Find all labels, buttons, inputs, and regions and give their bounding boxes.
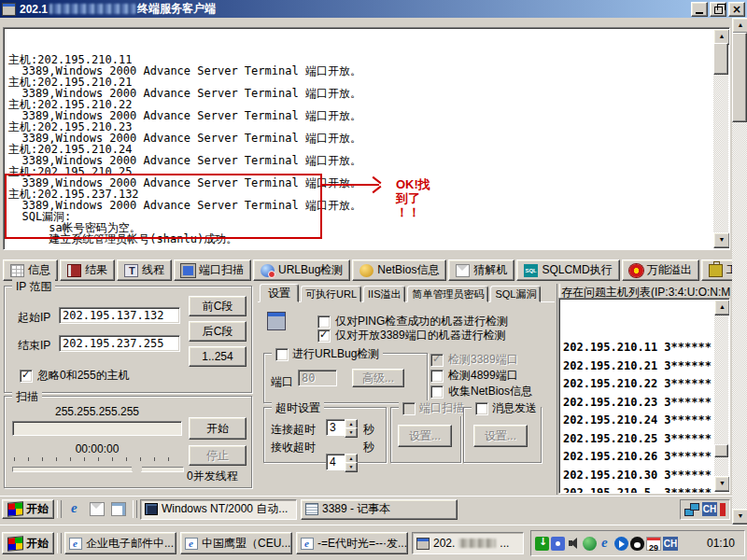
receive-timeout-spinner[interactable]: 4 ▲ ▼ [326,454,358,470]
calendar-icon[interactable]: 29 [646,537,661,551]
taskbar-grip[interactable] [57,500,62,518]
sub-tab[interactable]: IIS溢出 [363,286,405,302]
task-button[interactable]: Windows NT/2000 自动... [140,499,297,520]
result-row[interactable]: 202.195.210.26 3****** [563,448,712,467]
vulnerable-hosts-list[interactable]: 202.195.210.11 3******202.195.210.21 3**… [558,298,730,494]
remote-scroll-up-button[interactable]: ▲ [732,18,747,34]
toolbar-button[interactable]: 线程 [117,259,172,281]
connect-timeout-label: 连接超时 [271,422,316,438]
close-button[interactable]: × [728,2,745,17]
result-row[interactable]: 202.195.210.21 3****** [563,357,712,376]
urlbug-enable-checkbox[interactable] [275,348,289,361]
scan-log-area[interactable]: 主机:202.195.210.11 3389,Windows 2000 Adva… [3,27,730,250]
msgsend-enable-checkbox[interactable] [475,402,488,415]
spin-down-icon[interactable]: ▼ [345,427,358,438]
list-scroll-up-button[interactable]: ▲ [714,300,730,315]
urlbug-port-field[interactable]: 80 [298,370,337,386]
toolbar-button[interactable]: URLBug检测 [253,259,350,281]
full-range-button[interactable]: 1..254 [189,346,247,367]
portscan-enable-checkbox[interactable] [402,402,416,415]
ping-only-checkbox[interactable] [317,315,331,329]
tray-app-icon[interactable] [720,503,726,516]
prev-c-segment-button[interactable]: 前C段 [189,296,247,316]
task-button[interactable]: 202. ... [412,532,524,554]
download-icon[interactable] [535,537,549,551]
ie-icon[interactable] [68,502,83,516]
msgsend-group-title: 消息发送 [492,400,537,416]
window-title-prefix: 202.1 [20,3,48,16]
result-row[interactable]: 202.195.210.30 3****** [563,467,712,485]
spin-down-icon[interactable]: ▼ [345,462,358,472]
language-indicator[interactable]: CH [663,537,678,551]
portscan-group-title: 端口扫描 [419,400,464,416]
collect-netbios-checkbox[interactable] [430,385,444,399]
remote-start-button[interactable]: 开始 [2,499,54,519]
tab-settings[interactable]: 设置 [260,284,299,302]
taskbar-grip[interactable] [133,500,137,518]
result-row[interactable]: 202.195.210.22 3****** [563,375,712,394]
radio-icon[interactable] [551,537,565,551]
only-3389-open-checkbox[interactable] [317,329,331,343]
local-start-button[interactable]: 开始 [2,532,54,554]
list-scroll-down-button[interactable]: ▼ [714,476,730,492]
log-scrollbar[interactable]: ▲ ▼ [713,29,728,248]
volume-icon[interactable] [567,537,581,551]
result-row[interactable]: 202.195.210.11 3****** [563,339,712,357]
start-ip-field[interactable]: 202.195.137.132 [59,307,180,324]
toolbar-button[interactable]: 端口扫描 [174,259,251,281]
toolbar-button[interactable]: SQLCMD执行 [516,259,619,281]
msgsend-config-button[interactable]: 设置... [473,425,528,447]
seconds-label: 秒 [363,422,374,438]
task-button[interactable]: -=E代时光=--·发... [296,532,408,554]
result-row[interactable]: 202.195.210.5 3****** [563,484,712,494]
toolbar-button[interactable]: 万能溢出 [622,259,699,281]
toolbar-button[interactable]: 信息 [3,259,58,281]
task-button[interactable]: 3389 - 记事本 [301,499,458,520]
start-scan-button[interactable]: 开始 [189,417,247,440]
network-icon[interactable] [684,503,699,516]
list-scroll-thumb[interactable] [714,444,728,457]
toolbar-button[interactable]: NetBios信息 [352,259,446,281]
result-row[interactable]: 202.195.210.23 3****** [563,394,712,413]
taskbar-grip[interactable] [57,533,62,553]
log-scroll-thumb[interactable] [713,43,728,75]
globe-icon[interactable] [583,537,597,551]
sub-tab[interactable]: 可执行URL [301,286,361,302]
ignore-0-255-checkbox[interactable] [20,370,33,383]
remote-scroll-thumb[interactable] [732,33,747,122]
player-icon[interactable] [614,537,628,551]
toolbar-button[interactable]: 结果 [60,259,115,281]
next-c-segment-button[interactable]: 后C段 [189,321,247,342]
show-desktop-icon[interactable] [111,502,126,516]
detect-4899-checkbox[interactable] [430,370,444,383]
toolbar-button-label: SQLCMD执行 [542,262,612,278]
toolbar-button[interactable]: 猜解机 [448,259,514,281]
remote-view-scrollbar[interactable]: ▲ ▼ [732,18,747,525]
result-row[interactable]: 202.195.210.24 3****** [563,412,712,430]
outlook-icon[interactable] [90,502,105,516]
detect-3389-checkbox[interactable] [430,354,444,367]
ie-icon[interactable] [599,537,613,551]
restore-button[interactable] [710,2,726,17]
task-button[interactable]: 企业电子邮件中... [64,532,176,554]
remote-scroll-down-button[interactable]: ▼ [732,509,747,525]
sub-tab[interactable]: SQL漏洞 [490,286,541,302]
notepad-icon [305,503,318,515]
end-ip-field[interactable]: 202.195.237.255 [59,335,180,352]
thread-slider-track[interactable] [12,467,184,472]
language-indicator[interactable]: CH [702,502,717,516]
minimize-button[interactable] [691,2,708,17]
urlbug-port-label: 端口 [271,374,293,390]
result-row[interactable]: 202.195.210.25 3****** [563,430,712,449]
stop-scan-button[interactable]: 停止 [189,445,247,466]
task-button[interactable]: 中国鹰盟（CEU... [180,532,292,554]
thread-slider-thumb[interactable] [132,461,142,477]
portscan-config-button[interactable]: 设置... [398,425,452,447]
list-scrollbar[interactable]: ▲ ▼ [714,300,728,492]
urlbug-advanced-button[interactable]: 高级... [352,369,404,387]
sub-tab[interactable]: 简单管理员密码 [407,286,488,302]
connect-timeout-spinner[interactable]: 3 ▲ ▼ [326,419,358,436]
qq-icon[interactable] [630,537,644,551]
log-scroll-down-button[interactable]: ▼ [713,232,730,248]
toolbar-button-label: 猜解机 [473,262,507,278]
